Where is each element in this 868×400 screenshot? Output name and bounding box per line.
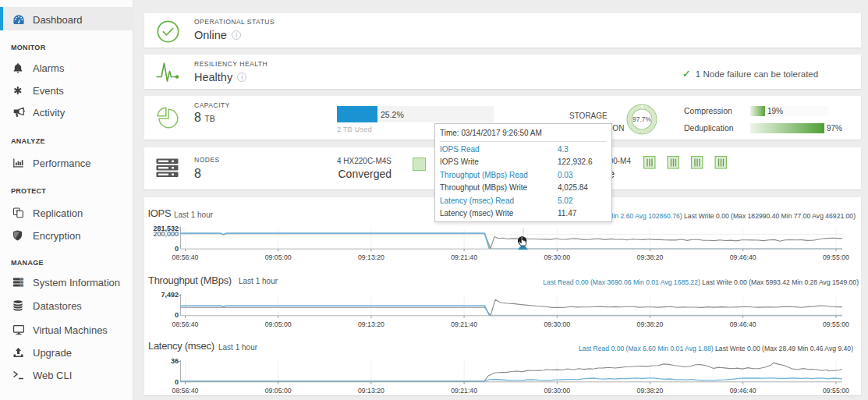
- svg-text:0: 0: [175, 311, 179, 319]
- svg-text:09:21:40: 09:21:40: [451, 253, 477, 261]
- svg-text:09:55:00: 09:55:00: [823, 387, 849, 395]
- svg-text:09:05:00: 09:05:00: [265, 387, 292, 395]
- svg-text:08:56:40: 08:56:40: [172, 253, 199, 261]
- svg-text:09:46:40: 09:46:40: [730, 387, 756, 395]
- svg-text:08:56:40: 08:56:40: [172, 387, 199, 395]
- svg-text:09:21:40: 09:21:40: [451, 387, 477, 395]
- svg-text:09:55:00: 09:55:00: [823, 320, 849, 328]
- svg-text:09:30:00: 09:30:00: [544, 320, 570, 328]
- svg-text:09:21:40: 09:21:40: [451, 320, 477, 328]
- svg-text:36: 36: [171, 357, 179, 365]
- svg-text:09:30:00: 09:30:00: [544, 253, 570, 261]
- svg-text:200,000: 200,000: [153, 230, 179, 238]
- svg-text:08:56:40: 08:56:40: [172, 320, 199, 328]
- svg-text:0: 0: [175, 245, 179, 253]
- svg-text:09:55:00: 09:55:00: [823, 253, 849, 261]
- svg-text:09:38:20: 09:38:20: [637, 320, 664, 328]
- svg-text:09:46:40: 09:46:40: [730, 253, 756, 261]
- svg-text:09:13:20: 09:13:20: [358, 387, 384, 395]
- svg-text:09:13:20: 09:13:20: [358, 253, 384, 261]
- svg-text:09:46:40: 09:46:40: [730, 320, 756, 328]
- svg-text:09:05:00: 09:05:00: [265, 320, 292, 328]
- svg-text:09:13:20: 09:13:20: [358, 320, 384, 328]
- svg-text:0: 0: [175, 378, 179, 386]
- svg-text:09:38:20: 09:38:20: [637, 387, 664, 395]
- svg-text:09:05:00: 09:05:00: [265, 253, 292, 261]
- svg-text:7,492: 7,492: [161, 291, 179, 299]
- svg-text:09:38:20: 09:38:20: [637, 253, 664, 261]
- svg-text:09:30:00: 09:30:00: [544, 387, 570, 395]
